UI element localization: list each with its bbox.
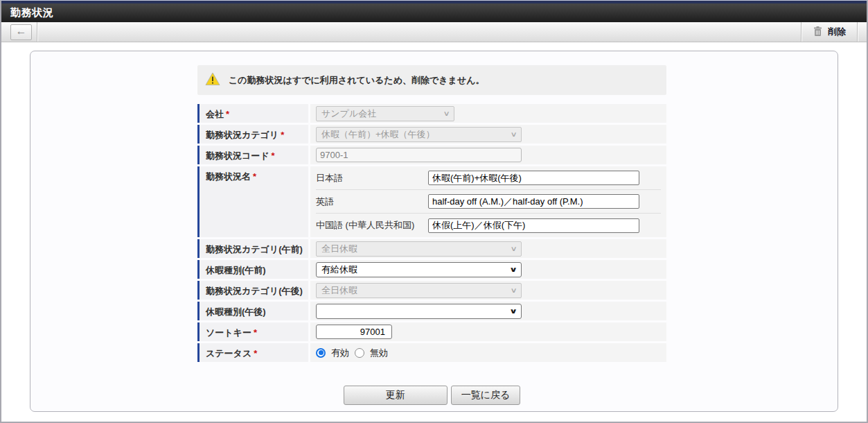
toolbar-separator: [857, 22, 858, 42]
warning-message: この勤務状況はすでに利用されているため、削除できません。: [229, 74, 484, 87]
field-label: 勤務状況カテゴリ*: [197, 125, 308, 144]
status-active-radio[interactable]: [316, 348, 326, 358]
field-label: 勤務状況カテゴリ(午後): [197, 281, 308, 300]
left-arrow-icon: ←: [16, 26, 27, 37]
name-subrow-japanese: 日本語: [316, 166, 661, 190]
field-label: ステータス*: [197, 343, 308, 362]
code-input: [316, 148, 522, 162]
toolbar: ← 削除: [1, 22, 867, 42]
back-button[interactable]: ←: [10, 24, 32, 40]
field-label: 勤務状況コード*: [197, 146, 308, 164]
chevron-down-icon: ∨: [510, 245, 517, 252]
chevron-down-icon: ∨: [510, 130, 517, 138]
sort-key-input[interactable]: [316, 325, 392, 339]
field-label: 勤務状況名*: [197, 166, 308, 237]
toolbar-separator: [37, 22, 37, 42]
form-row-category-pm: 勤務状況カテゴリ(午後) 全日休暇∨: [197, 281, 666, 300]
action-buttons: 更新 一覧に戻る: [197, 386, 666, 405]
form-row-category-am: 勤務状況カテゴリ(午前) 全日休暇∨: [197, 239, 666, 258]
page-content: この勤務状況はすでに利用されているため、削除できません。 会社* サンプル会社∨…: [1, 51, 867, 423]
required-mark: *: [254, 348, 257, 359]
required-mark: *: [226, 109, 229, 119]
app-window: 勤務状況 ← 削除: [0, 0, 868, 423]
delete-button[interactable]: 削除: [801, 22, 857, 42]
name-japanese-input[interactable]: [428, 171, 639, 185]
form-card: この勤務状況はすでに利用されているため、削除できません。 会社* サンプル会社∨…: [30, 51, 838, 412]
back-to-list-button[interactable]: 一覧に戻る: [451, 386, 521, 405]
leave-type-am-select[interactable]: 有給休暇∨: [316, 262, 522, 277]
trash-icon: [813, 26, 823, 39]
form-row-status: ステータス* 有効 無効: [197, 343, 666, 362]
form-row-code: 勤務状況コード*: [197, 146, 666, 164]
form-row-sort-key: ソートキー*: [197, 322, 666, 341]
chevron-down-icon: ∨: [443, 110, 450, 117]
field-label: 会社*: [197, 104, 308, 123]
name-chinese-input[interactable]: [428, 218, 639, 233]
page-title: 勤務状況: [10, 6, 53, 19]
delete-button-label: 削除: [828, 26, 846, 38]
warning-triangle-icon: [205, 72, 220, 88]
form-row-company: 会社* サンプル会社∨: [197, 104, 666, 123]
chevron-down-icon: ∨: [510, 286, 517, 294]
chevron-down-icon: ∨: [509, 266, 517, 273]
sub-label: 日本語: [316, 172, 428, 184]
title-bar: 勤務状況: [1, 3, 867, 22]
category-select: 休暇（午前）+休暇（午後）∨: [316, 127, 522, 142]
field-label: 休暇種別(午前): [197, 260, 308, 279]
name-subrow-english: 英語: [316, 190, 661, 214]
form-row-category: 勤務状況カテゴリ* 休暇（午前）+休暇（午後）∨: [197, 125, 666, 144]
form-row-names: 勤務状況名* 日本語 英語 中国語 (中華人民共和国): [197, 166, 666, 237]
sub-label: 英語: [316, 196, 428, 208]
warning-banner: この勤務状況はすでに利用されているため、削除できません。: [197, 65, 666, 95]
status-inactive-radio[interactable]: [355, 348, 364, 358]
sub-label: 中国語 (中華人民共和国): [316, 219, 428, 232]
name-english-input[interactable]: [428, 194, 639, 209]
chevron-down-icon: ∨: [509, 307, 517, 315]
category-am-select: 全日休暇∨: [316, 241, 522, 257]
leave-type-pm-select[interactable]: ∨: [316, 304, 522, 319]
form-row-leave-type-pm: 休暇種別(午後) ∨: [197, 302, 666, 320]
required-mark: *: [272, 150, 275, 161]
required-mark: *: [281, 130, 284, 140]
company-select: サンプル会社∨: [316, 106, 454, 121]
required-mark: *: [254, 327, 257, 338]
update-button[interactable]: 更新: [344, 386, 448, 405]
status-inactive-label: 無効: [370, 347, 388, 359]
field-label: 勤務状況カテゴリ(午前): [197, 239, 308, 258]
status-radio-group: 有効 無効: [316, 347, 395, 359]
field-label: ソートキー*: [197, 322, 308, 341]
form-row-leave-type-am: 休暇種別(午前) 有給休暇∨: [197, 260, 666, 279]
field-label: 休暇種別(午後): [197, 302, 308, 320]
required-mark: *: [253, 171, 256, 182]
status-active-label: 有効: [331, 347, 349, 359]
name-subrow-chinese: 中国語 (中華人民共和国): [316, 214, 661, 237]
category-pm-select: 全日休暇∨: [316, 283, 522, 298]
